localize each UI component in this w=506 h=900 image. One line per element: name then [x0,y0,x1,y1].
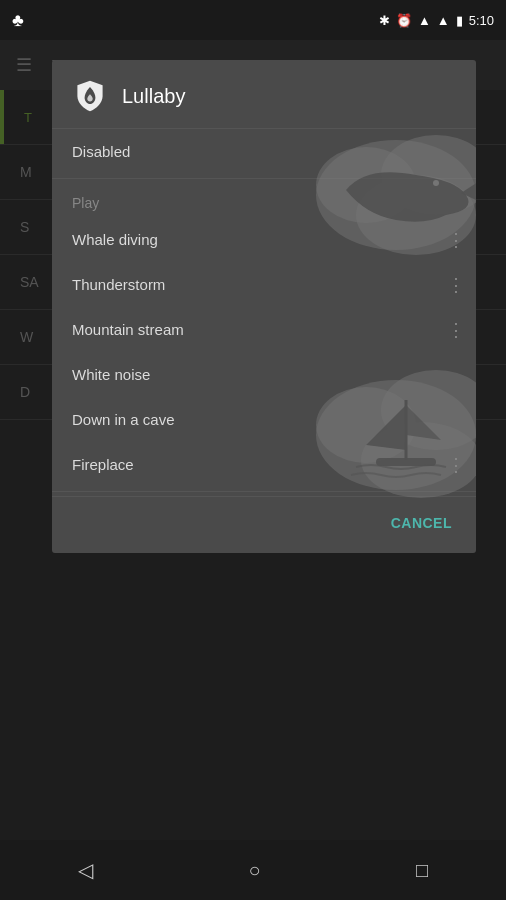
fireplace-option[interactable]: Fireplace ⋮ [52,442,476,487]
whale-diving-option[interactable]: Whale diving ⋮ [52,217,476,262]
recent-button[interactable]: □ [416,859,428,882]
dialog-footer: CANCEL [52,496,476,553]
battery-icon: ▮ [456,13,463,28]
cave-label: Down in a cave [72,411,175,428]
status-bar: ♣ ✱ ⏰ ▲ ▲ ▮ 5:10 [0,0,506,40]
play-section-label: Play [52,183,476,217]
disabled-label: Disabled [72,143,130,160]
whale-diving-label: Whale diving [72,231,158,248]
thunderstorm-option[interactable]: Thunderstorm ⋮ [52,262,476,307]
thunderstorm-label: Thunderstorm [72,276,165,293]
status-bar-left: ♣ [12,10,24,31]
dialog-title: Lullaby [122,85,185,108]
dialog-header: Lullaby [52,60,476,129]
app-status-icon: ♣ [12,10,24,31]
status-bar-right: ✱ ⏰ ▲ ▲ ▮ 5:10 [379,13,494,28]
back-button[interactable]: ◁ [78,858,93,882]
white-noise-option[interactable]: White noise [52,352,476,397]
time-display: 5:10 [469,13,494,28]
navigation-bar: ◁ ○ □ [0,840,506,900]
mountain-stream-option[interactable]: Mountain stream ⋮ [52,307,476,352]
mountain-options-icon[interactable]: ⋮ [447,319,466,341]
disabled-option[interactable]: Disabled [52,129,476,174]
white-noise-label: White noise [72,366,150,383]
cave-option[interactable]: Down in a cave [52,397,476,442]
thunderstorm-options-icon[interactable]: ⋮ [447,274,466,296]
fireplace-label: Fireplace [72,456,134,473]
fireplace-options-icon[interactable]: ⋮ [447,454,466,476]
signal-icon: ▲ [437,13,450,28]
lullaby-icon [72,78,108,114]
mountain-stream-label: Mountain stream [72,321,184,338]
home-button[interactable]: ○ [248,859,260,882]
lullaby-dialog: Lullaby Disabled Play Whale diving ⋮ [52,60,476,553]
cancel-button[interactable]: CANCEL [383,507,460,539]
footer-divider [52,491,476,492]
section-divider [52,178,476,179]
wifi-icon: ▲ [418,13,431,28]
whale-options-icon[interactable]: ⋮ [447,229,466,251]
bluetooth-icon: ✱ [379,13,390,28]
alarm-icon: ⏰ [396,13,412,28]
